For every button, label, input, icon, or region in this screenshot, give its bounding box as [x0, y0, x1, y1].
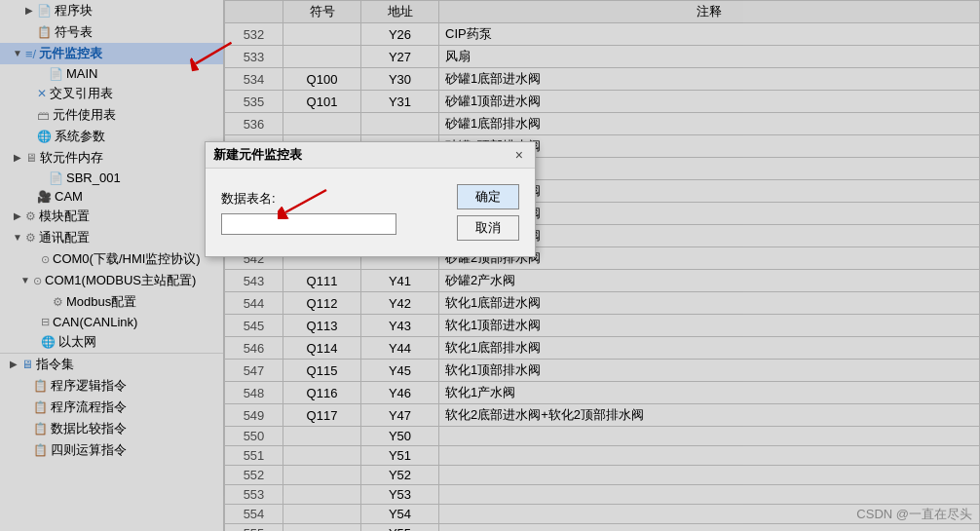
- dialog-form-row: 数据表名: 确定 取消: [221, 184, 519, 241]
- dialog-name-input[interactable]: [221, 213, 396, 235]
- dialog-buttons: 确定 取消: [457, 184, 519, 241]
- dialog-title: 新建元件监控表: [213, 146, 302, 164]
- dialog-titlebar: 新建元件监控表 ×: [206, 142, 535, 169]
- dialog-body: 数据表名: 确定 取消: [206, 169, 535, 256]
- dialog-cancel-button[interactable]: 取消: [457, 215, 519, 241]
- dialog-close-button[interactable]: ×: [511, 148, 527, 162]
- modal-overlay: 新建元件监控表 × 数据表名: 确定 取消: [0, 0, 980, 531]
- dialog-input-label: 数据表名:: [221, 190, 280, 208]
- new-monitor-dialog: 新建元件监控表 × 数据表名: 确定 取消: [205, 141, 536, 257]
- dialog-ok-button[interactable]: 确定: [457, 184, 519, 209]
